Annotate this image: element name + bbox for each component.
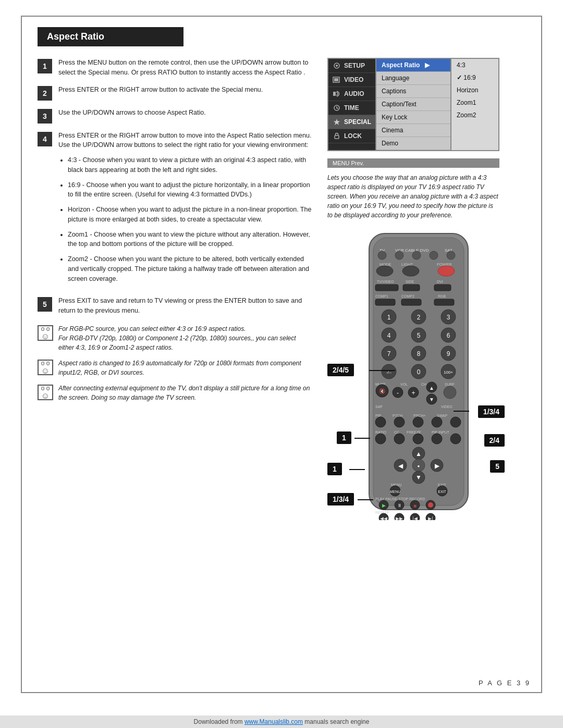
callout-245-line <box>369 370 395 371</box>
svg-text:PTCH: PTCH <box>393 414 402 417</box>
callout-1-top-line <box>354 438 370 439</box>
callout-24: 2/4 <box>484 434 505 447</box>
tv-menu: SETUP VIDEO <box>327 58 499 151</box>
tv-menu-audio[interactable]: AUDIO <box>328 87 375 101</box>
step-5-text: Press EXIT to save and return to TV view… <box>58 296 312 316</box>
svg-text:2: 2 <box>417 314 421 321</box>
step-2-text: Press ENTER or the RIGHT arrow button to… <box>58 85 263 95</box>
svg-text:▼: ▼ <box>415 474 422 481</box>
svg-text:▲: ▲ <box>415 450 422 458</box>
svg-point-24 <box>438 266 455 276</box>
svg-text:▶: ▶ <box>382 503 386 508</box>
tv-menu-options: Aspect Ratio ▶ Language Captions Caption… <box>375 59 451 150</box>
bullet-2: 16:9 - Choose when you want to adjust th… <box>68 180 312 200</box>
step-4-badge: 4 <box>38 132 52 146</box>
tv-menu-special[interactable]: SPECIAL <box>328 115 375 129</box>
svg-text:◀◀: ◀◀ <box>380 516 387 520</box>
tv-menu-val-169[interactable]: 16:9 <box>451 71 498 84</box>
tv-menu-caption-text[interactable]: Caption/Text <box>376 98 450 111</box>
svg-point-93 <box>413 434 423 444</box>
svg-rect-8 <box>335 135 339 139</box>
svg-text:1: 1 <box>387 314 391 321</box>
bullet-5: Zoom2 - Choose when you want the picture… <box>68 254 312 283</box>
note-2-text: Aspect ratio is changed to 16:9 automati… <box>58 359 312 377</box>
svg-text:▶|: ▶| <box>428 516 433 520</box>
tv-menu-aspect-ratio[interactable]: Aspect Ratio ▶ <box>376 59 450 72</box>
remote-wrapper: TV VCR CABLE DVD SAT MODE LIGHT POWER <box>327 228 505 520</box>
menu-caption: Lets you choose the way that an analog p… <box>327 173 499 220</box>
tv-menu-captions[interactable]: Captions <box>376 85 450 98</box>
tv-menu-cinema[interactable]: Cinema <box>376 124 450 137</box>
svg-text:3: 3 <box>447 314 450 321</box>
svg-point-14 <box>378 251 386 260</box>
footer-link[interactable]: www.Manualslib.com <box>244 718 303 725</box>
svg-point-95 <box>450 434 461 444</box>
remote-svg: TV VCR CABLE DVD SAT MODE LIGHT POWER <box>364 228 473 520</box>
svg-point-92 <box>394 434 405 444</box>
svg-rect-3 <box>334 78 338 81</box>
svg-text:DVI: DVI <box>437 280 443 283</box>
svg-point-23 <box>402 266 419 276</box>
svg-rect-34 <box>375 299 395 305</box>
svg-text:+: + <box>411 389 415 397</box>
svg-text:▲: ▲ <box>429 385 434 391</box>
tv-menu-val-43[interactable]: 4:3 <box>451 59 498 71</box>
callout-134-right: 1/3/4 <box>478 405 505 418</box>
note-1-icon: o o ☺ <box>38 325 53 341</box>
note-2-row: o o ☺ Aspect ratio is changed to 16:9 au… <box>38 359 312 377</box>
svg-point-85 <box>432 417 442 427</box>
note-3-icon: o o ☺ <box>38 385 53 400</box>
svg-text:■: ■ <box>413 503 417 509</box>
step-5-row: 5 Press EXIT to save and return to TV vi… <box>38 296 312 316</box>
note-1-row: o o ☺ For RGB-PC source, you can select … <box>38 324 312 352</box>
svg-point-86 <box>450 417 461 427</box>
right-column: SETUP VIDEO <box>327 58 525 520</box>
callout-245: 2/4/5 <box>327 364 354 376</box>
tv-menu-val-horizon[interactable]: Horizon <box>451 84 498 96</box>
page-container: Aspect Ratio 1 Press the MENU button on … <box>21 16 542 693</box>
tv-menu-setup[interactable]: SETUP <box>328 59 375 73</box>
tv-menu-key-lock[interactable]: Key Lock <box>376 111 450 124</box>
footer-bar: Downloaded from www.Manualslib.com manua… <box>0 715 563 728</box>
svg-point-84 <box>413 417 423 427</box>
svg-text:▶: ▶ <box>435 462 440 470</box>
tv-menu-val-zoom2[interactable]: Zoom2 <box>451 109 498 121</box>
svg-text:EXIT: EXIT <box>438 490 446 493</box>
tv-menu-language[interactable]: Language <box>376 72 450 85</box>
svg-point-22 <box>376 266 393 276</box>
note-3-text: After connecting external equipment to t… <box>58 384 312 402</box>
svg-point-15 <box>395 251 403 260</box>
svg-text:6: 6 <box>447 332 450 339</box>
tv-menu-val-zoom1[interactable]: Zoom1 <box>451 96 498 109</box>
bullet-1: 4:3 - Choose when you want to view a pic… <box>68 155 312 175</box>
svg-text:MENU: MENU <box>390 490 401 493</box>
svg-text:PIP INPUT: PIP INPUT <box>432 430 450 434</box>
page-number: P A G E 3 9 <box>479 679 531 687</box>
svg-rect-29 <box>403 285 420 291</box>
svg-text:SURF: SURF <box>445 382 455 386</box>
tv-menu-time[interactable]: TIME <box>328 101 375 115</box>
callout-1-top: 1 <box>337 431 351 444</box>
svg-text:◀: ◀ <box>398 462 403 470</box>
tv-menu-bottom-text: MENU Prev. <box>333 160 364 166</box>
svg-point-94 <box>432 434 442 444</box>
tv-menu-demo[interactable]: Demo <box>376 137 450 150</box>
note-1-text: For RGB-PC source, you can select either… <box>58 324 312 352</box>
page-title: Aspect Ratio <box>38 27 183 46</box>
tv-menu-video[interactable]: VIDEO <box>328 73 375 87</box>
callout-134-right-line <box>454 411 469 412</box>
svg-text:SIDE: SIDE <box>406 280 414 283</box>
svg-point-75 <box>444 386 456 399</box>
callout-1-bot: 1 <box>327 463 342 475</box>
tv-menu-lock[interactable]: LOCK <box>328 129 375 143</box>
step-4-row: 4 Press ENTER or the RIGHT arrow button … <box>38 131 312 289</box>
svg-text:CH: CH <box>421 382 426 386</box>
note-3-row: o o ☺ After connecting external equipmen… <box>38 384 312 402</box>
svg-text:▼: ▼ <box>429 397 434 402</box>
svg-point-82 <box>375 417 386 427</box>
svg-text:COMP1: COMP1 <box>375 294 388 298</box>
svg-rect-35 <box>401 299 421 305</box>
svg-text:0: 0 <box>417 368 421 376</box>
svg-point-16 <box>412 251 421 260</box>
svg-text:●: ● <box>418 464 420 468</box>
